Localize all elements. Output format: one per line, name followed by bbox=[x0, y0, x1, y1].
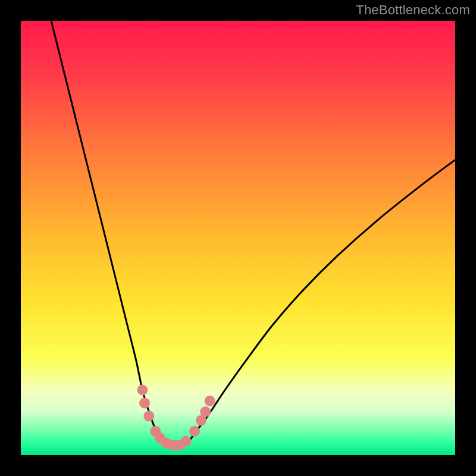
plot-area bbox=[21, 21, 455, 455]
watermark-text: TheBottleneck.com bbox=[356, 2, 470, 18]
chart-frame: TheBottleneck.com bbox=[0, 0, 476, 476]
highlight-dot bbox=[205, 396, 215, 406]
highlight-dot bbox=[189, 426, 200, 437]
highlight-dot bbox=[200, 406, 211, 417]
highlight-dot bbox=[143, 411, 154, 421]
highlight-overlay bbox=[21, 21, 455, 455]
highlight-dot bbox=[137, 385, 148, 396]
highlight-dot bbox=[180, 436, 191, 447]
highlight-dots bbox=[137, 385, 215, 451]
highlight-dot bbox=[139, 397, 150, 408]
